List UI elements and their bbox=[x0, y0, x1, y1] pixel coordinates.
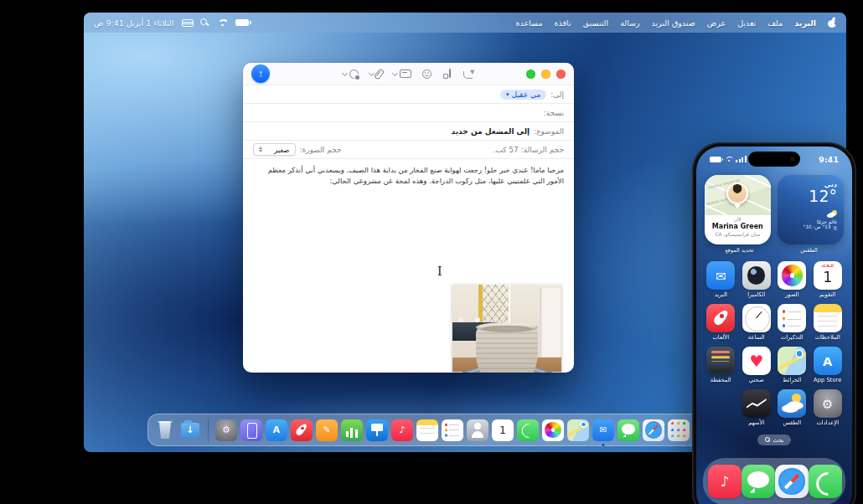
dock-mail[interactable]: ✉ bbox=[592, 419, 614, 441]
dock-settings[interactable]: ⚙ bbox=[215, 419, 237, 441]
battery-icon bbox=[235, 19, 249, 26]
app-wallet[interactable]: المحفظة bbox=[703, 347, 739, 383]
app-reminders[interactable]: التذكيرات bbox=[774, 304, 810, 341]
mail-titlebar[interactable]: ↑ bbox=[243, 63, 574, 85]
dock-maps[interactable] bbox=[567, 419, 589, 441]
dock-downloads[interactable]: ↓ bbox=[179, 419, 201, 441]
subject-value: إلى المشغل من جديد bbox=[452, 127, 530, 136]
message-size: حجم الرسالة: 57 كب. bbox=[494, 146, 564, 154]
menu-bar: الثلاثاء 1 أبريل 9:41 ص البريدملفتعديلعر… bbox=[84, 13, 846, 33]
mac-dock: ↓ ⚙ A ✎ ♪ bbox=[147, 414, 721, 446]
menu-item[interactable]: البريد bbox=[794, 18, 816, 28]
menu-item[interactable]: عرض bbox=[707, 18, 726, 28]
iphone-device: 9:41 MARINA GREEN DR MARINA BLVD الآن Ma… bbox=[692, 142, 856, 504]
message-body[interactable]: مرحبا ماما! عندي خبر حلو! رجعت لهواية صن… bbox=[243, 158, 574, 373]
menu-item[interactable]: صندوق البريد bbox=[652, 18, 695, 28]
image-size-stepper[interactable]: صغير bbox=[253, 143, 296, 156]
photo-clay-pot bbox=[476, 322, 538, 373]
findmy-location-title: Marina Green bbox=[705, 223, 771, 231]
search-icon bbox=[765, 437, 771, 443]
weather-widget[interactable]: دبي 12° غائم جزئيًا ع: 13° ص: 10° bbox=[778, 175, 844, 244]
dock-sep[interactable] bbox=[204, 419, 212, 441]
pdock-messages[interactable] bbox=[742, 465, 775, 498]
dock-numbers[interactable] bbox=[341, 419, 363, 441]
attach-button[interactable] bbox=[369, 69, 382, 80]
dock-apps-grid[interactable] bbox=[668, 419, 690, 441]
app-calendar[interactable]: الثلاثاء 1 التقويم bbox=[810, 261, 846, 298]
iphone-clock: 9:41 bbox=[819, 155, 839, 164]
pdock-music[interactable]: ♪ bbox=[708, 465, 742, 498]
pdock-safari[interactable] bbox=[775, 465, 809, 498]
app-appstore[interactable]: A App Store bbox=[810, 347, 846, 383]
window-controls bbox=[526, 69, 566, 79]
cc-field[interactable]: نسخة: bbox=[243, 103, 574, 121]
wifi-icon[interactable] bbox=[217, 19, 227, 27]
search-pill[interactable]: بحث bbox=[757, 435, 792, 445]
app-stocks[interactable]: الأسهم bbox=[739, 389, 775, 426]
control-center-icon[interactable] bbox=[182, 19, 192, 27]
dock-contacts[interactable] bbox=[467, 419, 488, 441]
chevron-down-icon: ▾ bbox=[506, 91, 509, 98]
menu-item[interactable]: رسالة bbox=[620, 18, 639, 28]
search-label: بحث bbox=[773, 437, 784, 444]
findmy-info: الآن Marina Green سان فرانسيسكو، CA bbox=[705, 215, 771, 244]
dock-calendar[interactable]: 1 bbox=[492, 419, 514, 441]
dock-games[interactable] bbox=[291, 419, 313, 441]
dock-music[interactable]: ♪ bbox=[391, 419, 413, 441]
photo-door bbox=[540, 287, 561, 357]
redirect-arrow-icon bbox=[463, 69, 475, 79]
app-camera[interactable]: الكاميرا bbox=[739, 261, 775, 298]
findmy-widget[interactable]: MARINA GREEN DR MARINA BLVD الآن Marina … bbox=[705, 175, 771, 244]
dock-trash[interactable] bbox=[154, 419, 176, 441]
apple-menu-icon[interactable] bbox=[828, 18, 836, 28]
menu-item[interactable]: ملف bbox=[767, 18, 783, 28]
dock-pages[interactable]: ✎ bbox=[316, 419, 338, 441]
app-maps[interactable]: الخرائط bbox=[774, 347, 810, 383]
text-field-button[interactable] bbox=[393, 69, 411, 78]
close-button[interactable] bbox=[556, 69, 566, 79]
zoom-button[interactable] bbox=[526, 69, 535, 79]
menu-bar-clock[interactable]: الثلاثاء 1 أبريل 9:41 ص bbox=[94, 18, 173, 28]
dock-iphone-mirroring[interactable] bbox=[240, 419, 262, 441]
app-mail[interactable]: ✉ البريد bbox=[703, 261, 739, 298]
dock-safari[interactable] bbox=[643, 419, 664, 441]
app-clock[interactable]: الساعة bbox=[739, 304, 775, 341]
redirect-button[interactable] bbox=[463, 69, 475, 79]
app-notes[interactable]: الملاحظات bbox=[810, 304, 846, 341]
menu-item[interactable]: نافذة bbox=[555, 18, 571, 28]
minimize-button[interactable] bbox=[541, 69, 550, 79]
app-health[interactable]: ♥ صحتي bbox=[739, 347, 775, 383]
recipient-token[interactable]: مي عقيل ▾ bbox=[500, 90, 546, 100]
emoji-button[interactable] bbox=[422, 69, 432, 79]
subject-field[interactable]: الموضوع: إلى المشغل من جديد bbox=[243, 121, 574, 140]
menu-item[interactable]: التنسيق bbox=[583, 18, 609, 28]
dock-reminders[interactable] bbox=[442, 419, 463, 441]
spotlight-icon[interactable] bbox=[200, 18, 209, 27]
insert-photo-button[interactable] bbox=[343, 69, 359, 79]
pottery-photo[interactable] bbox=[452, 285, 561, 373]
avatar-pin bbox=[726, 183, 748, 204]
dock-phone[interactable] bbox=[517, 419, 539, 441]
chevron-down-icon bbox=[391, 69, 397, 75]
battery-icon bbox=[710, 157, 721, 162]
dock-photos[interactable] bbox=[542, 419, 564, 441]
menu-item[interactable]: تعديل bbox=[737, 18, 756, 28]
app-settings[interactable]: ⚙ الإعدادات bbox=[810, 389, 846, 426]
dock-notes[interactable] bbox=[416, 419, 438, 441]
dock-messages[interactable] bbox=[618, 419, 639, 441]
menu-bar-menus: البريدملفتعديلعرضصندوق البريدرسالةالتنسي… bbox=[515, 18, 836, 28]
send-button[interactable]: ↑ bbox=[251, 64, 270, 83]
iphone-screen[interactable]: 9:41 MARINA GREEN DR MARINA BLVD الآن Ma… bbox=[696, 147, 852, 504]
dock-appstore[interactable]: A bbox=[266, 419, 287, 441]
ibeam-cursor: I bbox=[437, 265, 442, 277]
menu-item[interactable]: مساعدة bbox=[515, 18, 542, 28]
app-photos[interactable]: الصور bbox=[774, 261, 810, 298]
app-games[interactable]: الألعاب bbox=[703, 304, 739, 341]
app-weather[interactable]: الطقس bbox=[774, 389, 810, 426]
format-button[interactable] bbox=[442, 69, 452, 79]
to-field[interactable]: إلى: مي عقيل ▾ bbox=[243, 85, 574, 103]
dock-keynote[interactable] bbox=[366, 419, 388, 441]
recipient-name: مي عقيل bbox=[512, 90, 541, 99]
to-label: إلى: bbox=[550, 90, 564, 99]
pdock-phone[interactable] bbox=[809, 465, 842, 498]
